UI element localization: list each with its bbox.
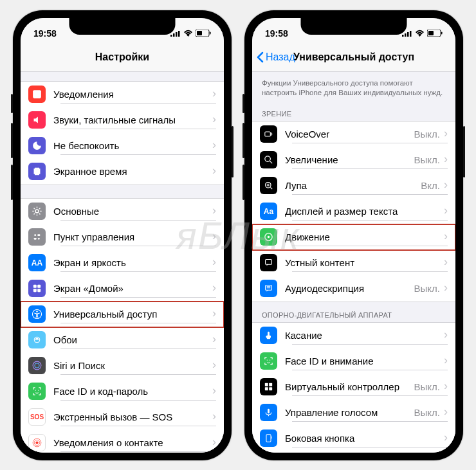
svg-rect-1	[173, 33, 175, 37]
status-icons	[402, 30, 443, 37]
battery-icon	[427, 30, 443, 37]
row-label: Касание	[285, 330, 444, 341]
chevron-right-icon: ›	[444, 255, 448, 270]
controlcenter-icon	[28, 228, 46, 246]
svg-point-8	[35, 210, 39, 213]
settings-row[interactable]: Пункт управления›	[21, 224, 224, 250]
settings-row[interactable]: SOSЭкстренный вызов — SOS›	[21, 404, 224, 430]
settings-row[interactable]: Боковая кнопка›	[252, 426, 455, 451]
svg-rect-5	[197, 31, 202, 35]
settings-row[interactable]: Виртуальный контроллерВыкл.›	[252, 374, 455, 400]
chevron-right-icon: ›	[212, 164, 216, 179]
settings-row[interactable]: Звуки, тактильные сигналы›	[21, 107, 224, 133]
row-label: Устный контент	[285, 257, 444, 268]
settings-row[interactable]: Обои›	[21, 327, 224, 353]
row-label: Пункт управления	[53, 231, 212, 242]
touch-icon	[260, 327, 277, 344]
row-label: Увеличение	[285, 154, 414, 165]
row-label: Обои	[53, 334, 212, 345]
status-icons	[170, 30, 211, 37]
faceid-att-icon	[260, 352, 277, 370]
chevron-right-icon: ›	[444, 127, 448, 141]
settings-row[interactable]: Универсальный доступ›	[21, 302, 224, 327]
settings-row[interactable]: Уведомления›	[21, 82, 224, 107]
svg-point-45	[270, 359, 270, 360]
svg-rect-33	[410, 31, 412, 37]
row-value: Выкл.	[414, 283, 440, 294]
row-value: Вкл.	[421, 180, 440, 191]
voiceover-icon	[260, 125, 277, 143]
row-value: Выкл.	[414, 129, 440, 140]
svg-rect-36	[441, 32, 443, 35]
row-label: Боковая кнопка	[285, 433, 444, 444]
settings-row[interactable]: Пульт Apple TV›	[252, 451, 455, 453]
svg-point-38	[265, 156, 271, 162]
settings-row[interactable]: Уведомления о контакте›	[21, 430, 224, 453]
sos-icon: SOS	[28, 408, 46, 426]
accessibility-content[interactable]: Функции Универсального доступа помогают …	[252, 72, 455, 453]
settings-row[interactable]: Не беспокоить›	[21, 133, 224, 159]
svg-rect-51	[266, 435, 271, 442]
svg-rect-7	[33, 90, 41, 98]
settings-row[interactable]: Face ID и внимание›	[252, 348, 455, 374]
section-description: Функции Универсального доступа помогают …	[252, 72, 455, 101]
settings-row[interactable]: Движение›	[252, 224, 455, 250]
chevron-right-icon: ›	[212, 230, 216, 244]
row-label: Экран «Домой»	[53, 283, 212, 294]
accessibility-icon	[28, 305, 46, 323]
settings-content[interactable]: Уведомления›Звуки, тактильные сигналы›Не…	[21, 72, 224, 453]
row-value: Выкл.	[414, 407, 440, 418]
svg-rect-6	[210, 32, 211, 35]
chevron-right-icon: ›	[212, 281, 216, 296]
chevron-right-icon: ›	[444, 405, 448, 420]
svg-rect-32	[407, 32, 409, 37]
chevron-right-icon: ›	[444, 431, 448, 446]
svg-rect-31	[405, 33, 407, 37]
phone-left: 19:58 Настройки Уведомления›Звуки, такти…	[13, 10, 232, 460]
chevron-right-icon: ›	[444, 379, 448, 394]
settings-row[interactable]: AaДисплей и размер текста›	[252, 199, 455, 224]
notch	[301, 18, 407, 35]
chevron-right-icon: ›	[212, 204, 216, 219]
dnd-icon	[28, 137, 46, 154]
svg-point-11	[38, 238, 40, 240]
settings-row[interactable]: Face ID и код-пароль›	[21, 379, 224, 404]
chevron-right-icon: ›	[212, 255, 216, 270]
row-label: Управление голосом	[285, 407, 414, 418]
chevron-right-icon: ›	[212, 113, 216, 127]
notifications-icon	[28, 86, 46, 103]
svg-rect-48	[265, 387, 268, 390]
settings-row[interactable]: АудиодескрипцияВыкл.›	[252, 276, 455, 302]
settings-row[interactable]: VoiceOverВыкл.›	[252, 122, 455, 147]
settings-row[interactable]: УвеличениеВыкл.›	[252, 147, 455, 173]
settings-row[interactable]: Касание›	[252, 323, 455, 348]
row-label: Дисплей и размер текста	[285, 206, 444, 217]
settings-row[interactable]: Основные›	[21, 199, 224, 224]
voicecontrol-icon	[260, 404, 277, 421]
chevron-right-icon: ›	[212, 332, 216, 347]
svg-point-24	[35, 441, 38, 444]
svg-point-18	[36, 311, 37, 312]
settings-group: Касание›Face ID и внимание›Виртуальный к…	[252, 322, 455, 453]
audiodesc-icon	[260, 280, 277, 297]
back-button[interactable]: Назад	[256, 51, 295, 63]
settings-row[interactable]: ЛупаВкл.›	[252, 173, 455, 199]
svg-rect-49	[269, 387, 272, 390]
settings-row[interactable]: Устный контент›	[252, 250, 455, 276]
display-icon: AA	[28, 254, 46, 271]
chevron-right-icon: ›	[212, 410, 216, 424]
settings-row[interactable]: AAЭкран и яркость›	[21, 250, 224, 276]
settings-row[interactable]: Экран «Домой»›	[21, 276, 224, 302]
settings-row[interactable]: Управление голосомВыкл.›	[252, 400, 455, 426]
svg-point-21	[35, 363, 39, 368]
settings-row[interactable]: Siri и Поиск›	[21, 353, 224, 379]
row-label: Face ID и внимание	[285, 356, 444, 366]
svg-rect-37	[265, 132, 271, 136]
textsize-icon: Aa	[260, 203, 277, 220]
wifi-icon	[415, 30, 425, 37]
svg-rect-42	[266, 260, 272, 265]
svg-rect-52	[271, 437, 271, 439]
settings-row[interactable]: Экранное время›	[21, 159, 224, 185]
svg-rect-14	[37, 285, 41, 288]
chevron-right-icon: ›	[444, 152, 448, 167]
